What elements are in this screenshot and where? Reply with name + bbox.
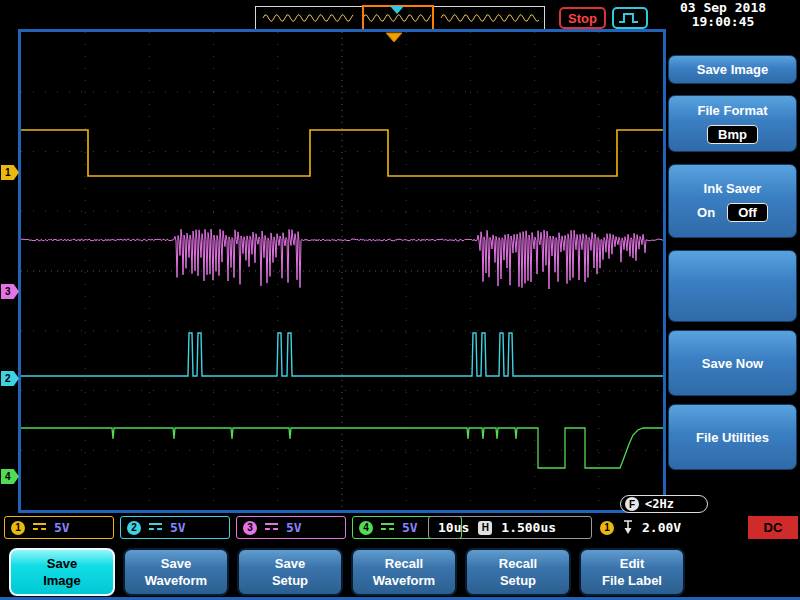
recall-waveform-tab[interactable]: Recall Waveform	[351, 548, 457, 596]
trigger-coupling-chip: DC	[748, 516, 798, 539]
trigger-frequency-readout: F <2Hz	[620, 495, 708, 513]
blank-softkey-button[interactable]	[668, 250, 797, 322]
date-text: 03 Sep 2018	[649, 1, 797, 15]
ch3-ground-marker: 3	[1, 284, 19, 299]
ch2-trace	[21, 333, 663, 376]
bottom-menu-bar: Save Image Save Waveform Save Setup Reca…	[0, 547, 800, 597]
ch2-scale-readout: 2 5V	[120, 516, 230, 539]
ch3-trace	[21, 229, 663, 289]
ink-saver-button[interactable]: Ink Saver On Off	[668, 164, 797, 238]
ch1-ground-marker: 1	[1, 165, 19, 180]
waveform-display	[18, 29, 666, 513]
trigger-source-badge: 1	[600, 521, 614, 535]
trigger-position-marker	[386, 33, 402, 42]
horizontal-badge-icon: H	[478, 521, 492, 535]
save-setup-tab[interactable]: Save Setup	[237, 548, 343, 596]
pulse-trigger-icon	[617, 10, 643, 26]
ch4-ground-marker: 4	[1, 469, 19, 484]
save-now-button[interactable]: Save Now	[668, 330, 797, 396]
dc-coupling-icon	[381, 522, 394, 533]
status-bar: 1 5V 2 5V 3 5V 4 5V 10us H 1.500us 1	[0, 514, 800, 544]
graticule-svg	[21, 32, 663, 510]
ch1-badge: 1	[11, 521, 25, 535]
datetime-readout: 03 Sep 2018 19:00:45	[649, 1, 797, 29]
dc-coupling-icon	[265, 522, 278, 533]
save-image-tab[interactable]: Save Image	[9, 548, 115, 596]
ink-saver-off-option: Off	[727, 203, 768, 222]
horizontal-scale-value: 10us	[438, 520, 469, 535]
ch1-scale-readout: 1 5V	[4, 516, 114, 539]
ink-saver-label: Ink Saver	[704, 181, 762, 196]
dc-coupling-icon	[149, 522, 162, 533]
ink-saver-on-option: On	[697, 205, 715, 220]
horizontal-readout: 10us H 1.500us	[428, 516, 592, 539]
ch3-scale-value: 5V	[286, 520, 302, 535]
horizontal-record-preview	[255, 6, 545, 30]
save-waveform-tab[interactable]: Save Waveform	[123, 548, 229, 596]
oscilloscope-screen: Stop 03 Sep 2018 19:00:45 1 3 2 4 Save I…	[0, 0, 800, 600]
file-utilities-button[interactable]: File Utilities	[668, 404, 797, 470]
preview-trigger-marker-icon	[390, 6, 404, 14]
time-text: 19:00:45	[649, 15, 797, 29]
file-format-button[interactable]: File Format Bmp	[668, 95, 797, 152]
ch3-badge: 3	[243, 521, 257, 535]
menu-title-label: Save Image	[697, 62, 769, 77]
trigger-type-indicator	[612, 7, 648, 29]
ch4-badge: 4	[359, 521, 373, 535]
horizontal-delay-value: 1.500us	[501, 520, 556, 535]
ch1-scale-value: 5V	[54, 520, 70, 535]
ch2-ground-marker: 2	[1, 371, 19, 386]
file-utilities-label: File Utilities	[696, 430, 769, 445]
menu-title-save-image[interactable]: Save Image	[668, 55, 797, 84]
file-format-label: File Format	[697, 103, 767, 118]
file-format-value: Bmp	[707, 125, 758, 144]
frequency-value: <2Hz	[645, 497, 674, 511]
edit-file-label-tab[interactable]: Edit File Label	[579, 548, 685, 596]
trigger-level-value: 2.00V	[642, 520, 681, 535]
ink-saver-options: On Off	[697, 203, 768, 222]
acquisition-status: Stop	[559, 7, 606, 29]
ch2-badge: 2	[127, 521, 141, 535]
recall-setup-tab[interactable]: Recall Setup	[465, 548, 571, 596]
trigger-level-icon	[622, 519, 634, 536]
ch3-scale-readout: 3 5V	[236, 516, 346, 539]
dc-coupling-icon	[33, 522, 46, 533]
ch4-scale-value: 5V	[402, 520, 418, 535]
ch2-scale-value: 5V	[170, 520, 186, 535]
trigger-readout: 1 2.00V DC	[600, 516, 798, 539]
frequency-badge-icon: F	[625, 497, 639, 511]
save-now-label: Save Now	[702, 356, 763, 371]
